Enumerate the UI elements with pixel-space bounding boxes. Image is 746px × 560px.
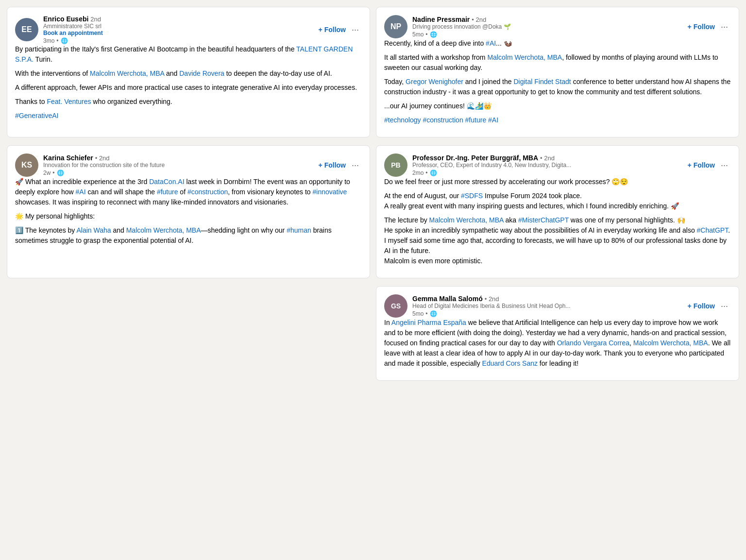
post-body-karina: 🚀 What an incredible experience at the 3…: [15, 177, 362, 246]
author-book-link[interactable]: Book an appointment: [43, 30, 316, 36]
globe-icon: 🌐: [430, 170, 437, 176]
more-options-enrico[interactable]: ···: [349, 23, 362, 36]
author-name: Enrico Eusebi: [43, 15, 88, 23]
author-title: Professor, CEO, Expert of Industry 4.0, …: [412, 162, 685, 169]
author-name: Professor Dr.-Ing. Peter Burggräf, MBA: [412, 154, 538, 162]
follow-button-enrico[interactable]: + Follow: [316, 24, 349, 35]
globe-icon: 🌐: [430, 31, 437, 38]
hashtag-innovative[interactable]: #innovative: [313, 188, 347, 196]
more-options-gemma[interactable]: ···: [718, 300, 731, 312]
follow-button-karina[interactable]: + Follow: [316, 159, 349, 171]
avatar-gemma: GS: [384, 294, 407, 318]
hashtag-ai2[interactable]: #AI: [488, 116, 498, 124]
post-nadine: NP Nadine Pressmair • 2nd Driving proces…: [376, 7, 739, 137]
hashtag-generativeai[interactable]: #GenerativeAI: [15, 112, 59, 119]
author-info-peter: Professor Dr.-Ing. Peter Burggräf, MBA •…: [412, 154, 685, 176]
more-options-nadine[interactable]: ···: [718, 20, 731, 33]
more-options-peter[interactable]: ···: [718, 159, 731, 171]
hashtag-construction[interactable]: #construction: [423, 116, 463, 124]
mention-malcolm4[interactable]: Malcolm Werchota, MBA: [633, 339, 708, 347]
mention-eduard[interactable]: Eduard Cors Sanz: [482, 359, 538, 367]
post-body-peter: Do we feel freer or just more stressed b…: [384, 177, 731, 266]
hashtag-future2[interactable]: #future: [157, 188, 178, 196]
mention-malcolm[interactable]: Malcolm Werchota, MBA: [487, 53, 562, 61]
hashtag-ai[interactable]: #AI: [486, 39, 496, 47]
hashtag-misterchatgpt[interactable]: #MisterChatGPT: [518, 216, 569, 224]
post-body-nadine: Recently, kind of a deep dive into #AI..…: [384, 38, 731, 125]
author-degree: • 2nd: [95, 154, 110, 162]
author-title: Innovation for the construction site of …: [43, 162, 316, 169]
follow-button-peter[interactable]: + Follow: [685, 159, 718, 171]
mention-gregor[interactable]: Gregor Wenighofer: [406, 78, 463, 85]
hashtag-future[interactable]: #future: [465, 116, 487, 124]
hashtag-technology[interactable]: #technology: [384, 116, 421, 124]
author-name: Gemma Malla Salomó: [412, 295, 483, 303]
post-body-gemma: In Angelini Pharma España we believe tha…: [384, 318, 731, 369]
globe-icon: 🌐: [430, 310, 437, 317]
author-info-gemma: Gemma Malla Salomó • 2nd Head of Digital…: [412, 295, 685, 317]
author-degree: • 2nd: [540, 154, 555, 162]
avatar-nadine: NP: [384, 15, 407, 38]
author-name: Karina Schiefer: [43, 154, 93, 162]
link-digital-findet[interactable]: Digital Findet Stadt: [513, 78, 571, 85]
post-gemma: GS Gemma Malla Salomó • 2nd Head of Digi…: [376, 286, 739, 381]
author-title: Amministratore SIC srl: [43, 23, 316, 30]
globe-icon: 🌐: [57, 170, 64, 176]
post-meta-karina: 2w • 🌐: [43, 170, 316, 176]
hashtag-construction2[interactable]: #construction: [187, 188, 228, 196]
avatar-karina: KS: [15, 153, 38, 177]
mention-malcolm2[interactable]: Malcolm Werchota, MBA: [126, 226, 201, 234]
link-feat-ventures[interactable]: Feat. Ventures: [47, 98, 91, 105]
mention-angelini[interactable]: Angelini Pharma España: [391, 319, 466, 326]
more-options-karina[interactable]: ···: [349, 159, 362, 171]
post-body-enrico: By participating in the Italy's first Ge…: [15, 44, 362, 121]
follow-button-gemma[interactable]: + Follow: [685, 300, 718, 312]
post-meta-nadine: 5mo • 🌐: [412, 31, 685, 38]
post-enrico: EE Enrico Eusebi 2nd Amministratore SIC …: [7, 7, 370, 137]
post-meta-gemma: 5mo • 🌐: [412, 310, 685, 317]
hashtag-human[interactable]: #human: [287, 226, 311, 234]
post-karina: KS Karina Schiefer • 2nd Innovation for …: [7, 145, 370, 278]
hashtag-ai3[interactable]: #AI: [76, 188, 86, 196]
post-meta-peter: 2mo • 🌐: [412, 170, 685, 176]
follow-button-nadine[interactable]: + Follow: [685, 21, 718, 33]
post-meta-enrico: 3mo • 🌐: [43, 37, 316, 44]
mention-orlando[interactable]: Orlando Vergara Correa: [557, 339, 629, 347]
hashtag-chatgpt[interactable]: #ChatGPT: [697, 226, 729, 234]
post-peter: PB Professor Dr.-Ing. Peter Burggräf, MB…: [376, 145, 739, 278]
author-degree: 2nd: [90, 16, 101, 23]
author-info-karina: Karina Schiefer • 2nd Innovation for the…: [43, 154, 316, 176]
globe-icon: 🌐: [61, 37, 68, 44]
avatar-peter: PB: [384, 153, 407, 177]
link-datacon[interactable]: DataCon.AI: [149, 178, 184, 186]
author-title: Driving process innovation @Doka 🌱: [412, 23, 685, 30]
author-name: Nadine Pressmair: [412, 16, 470, 23]
mention-davide[interactable]: Davide Rovera: [179, 69, 224, 77]
hashtag-sdfs[interactable]: #SDFS: [461, 192, 483, 200]
author-title: Head of Digital Medicines Iberia & Busin…: [412, 303, 685, 309]
mention-malcolm3[interactable]: Malcolm Werchota, MBA: [429, 216, 504, 224]
mention-malcolm[interactable]: Malcolm Werchota, MBA: [90, 69, 164, 77]
author-info-enrico: Enrico Eusebi 2nd Amministratore SIC srl…: [43, 15, 316, 44]
author-info-nadine: Nadine Pressmair • 2nd Driving process i…: [412, 16, 685, 38]
mention-alain[interactable]: Alain Waha: [76, 226, 111, 234]
avatar-enrico: EE: [15, 18, 38, 41]
author-degree: • 2nd: [472, 16, 486, 23]
author-degree: • 2nd: [485, 295, 499, 303]
link-talent-garden[interactable]: TALENT GARDEN S.P.A.: [15, 45, 353, 63]
